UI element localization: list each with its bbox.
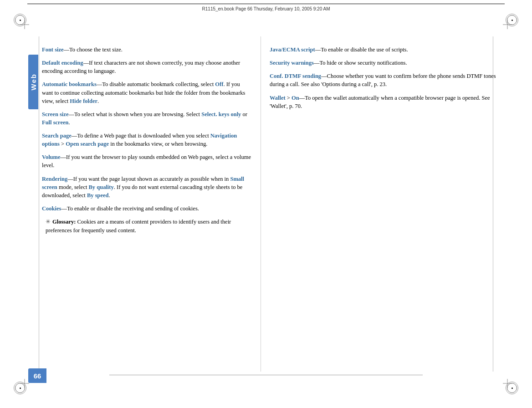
body-rendering-4: . [109, 192, 110, 199]
body-cookies: —To enable or disable the receiving and … [61, 205, 199, 212]
page-number-box: 66 [28, 368, 46, 383]
cross-br [503, 379, 512, 388]
term-cookies: Cookies [42, 205, 61, 212]
right-column: Java/ECMA script—To enable or disable th… [270, 46, 497, 115]
term-rendering: Rendering [42, 176, 67, 182]
body-screen-size-1: —To select what is shown when you are br… [68, 111, 201, 117]
bottom-rule [109, 375, 423, 375]
term-security-warnings: Security warnings [270, 60, 314, 66]
entry-java-ecma: Java/ECMA script—To enable or disable th… [270, 46, 497, 54]
body-wallet-gt: > [286, 95, 292, 101]
left-margin-line [39, 36, 39, 372]
link-wallet-on: On [292, 95, 299, 101]
side-tab-web: Web [28, 55, 38, 109]
term-conf-dtmf: Conf. DTMF sending [270, 73, 321, 79]
center-divider [261, 36, 261, 372]
link-off: Off [215, 81, 223, 87]
cross-tr [503, 20, 512, 29]
entry-wallet: Wallet > On—To open the wallet automatic… [270, 94, 497, 110]
entry-automatic-bookmarks: Automatic bookmarks—To disable automatic… [42, 80, 251, 105]
term-automatic-bookmarks: Automatic bookmarks [42, 81, 97, 87]
entry-security-warnings: Security warnings—To hide or show securi… [270, 59, 497, 67]
body-automatic-bookmarks-3: . [97, 98, 99, 104]
glossary-label: Glossary: [52, 219, 76, 225]
body-font-size: —To choose the text size. [64, 46, 123, 53]
body-search-page-2: > [60, 141, 66, 147]
link-by-quality: By quality [89, 184, 114, 190]
entry-rendering: Rendering—If you want the page layout sh… [42, 175, 251, 199]
entry-conf-dtmf: Conf. DTMF sending—Choose whether you wa… [270, 72, 497, 88]
term-search-page: Search page [42, 133, 72, 139]
body-screen-size-2: or [241, 111, 247, 117]
term-font-size: Font size [42, 46, 64, 53]
left-column: Font size—To choose the text size. Defau… [42, 46, 251, 235]
entry-screen-size: Screen size—To select what is shown when… [42, 110, 251, 127]
body-java-ecma: —To enable or disable the use of scripts… [315, 46, 408, 53]
entry-search-page: Search page—To define a Web page that is… [42, 132, 251, 148]
header-text: R1115_en.book Page 66 Thursday, February… [202, 6, 330, 11]
term-java-ecma: Java/ECMA script [270, 46, 315, 53]
page-number: 66 [34, 372, 41, 380]
body-search-page-3: in the bookmarks view, or when browsing. [109, 141, 207, 147]
cross-bl [20, 379, 29, 388]
link-by-speed: By speed [87, 192, 109, 199]
term-volume: Volume [42, 154, 61, 160]
link-full-screen: Full screen [42, 119, 68, 126]
body-automatic-bookmarks-1: —To disable automatic bookmark collectin… [97, 81, 215, 87]
entry-font-size: Font size—To choose the text size. [42, 46, 251, 54]
link-open-search-page: Open search page [66, 141, 109, 147]
link-select-keys-only: Select. keys only [201, 111, 241, 117]
body-volume: —If you want the browser to play sounds … [42, 154, 251, 168]
entry-default-encoding: Default encoding—If text characters are … [42, 59, 251, 75]
link-hide-folder: Hide folder [70, 98, 97, 104]
glossary-icon: ✳ [46, 218, 51, 226]
glossary-box: ✳Glossary: Cookies are a means of conten… [46, 218, 251, 235]
cross-tl [20, 20, 29, 29]
page-header: R1115_en.book Page 66 Thursday, February… [27, 4, 505, 14]
body-search-page-1: —To define a Web page that is downloaded… [72, 133, 210, 139]
page-container: R1115_en.book Page 66 Thursday, February… [0, 0, 532, 408]
entry-cookies: Cookies—To enable or disable the receivi… [42, 204, 251, 213]
entry-volume: Volume—If you want the browser to play s… [42, 153, 251, 169]
body-wallet: —To open the wallet automatically when a… [270, 95, 490, 109]
term-default-encoding: Default encoding [42, 60, 83, 66]
term-wallet: Wallet [270, 95, 286, 101]
body-security-warnings: —To hide or show security notifications. [314, 60, 407, 66]
body-screen-size-3: . [68, 119, 70, 126]
term-screen-size: Screen size [42, 111, 68, 117]
side-tab-label: Web [30, 73, 37, 90]
body-rendering-1: —If you want the page layout shown as ac… [67, 176, 230, 182]
body-rendering-2: mode, select [57, 184, 89, 190]
